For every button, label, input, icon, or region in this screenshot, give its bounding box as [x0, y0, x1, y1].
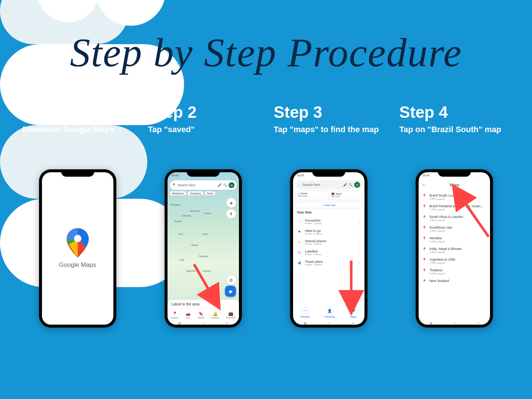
step-desc-4: Tap on "Brazil South" map [399, 124, 510, 146]
work-item[interactable]: 💼Work Set work [329, 191, 362, 200]
list-item[interactable]: ⚑Want to goPrivate · 0 places⋮ [293, 227, 364, 237]
mic-icon[interactable]: 🎤 [343, 183, 347, 187]
nav-icon: 🔖 [198, 311, 204, 316]
android-nav-bar: |||○< [168, 321, 239, 325]
directions-icon[interactable]: ◆ [225, 286, 236, 297]
home-icon: ⌂ [298, 192, 299, 195]
chip-attractions[interactable]: Attractions [170, 191, 186, 195]
map-subtitle: 4 أغسطس 2024 [429, 229, 452, 232]
home-sub: Set home [298, 195, 327, 197]
more-icon[interactable]: ⋮ [357, 240, 361, 244]
map-subtitle: 4 أغسطس 2024 [429, 240, 445, 243]
country-label: Ecuador [174, 220, 182, 222]
search-bar[interactable]: ← Search here 🎤 🔍 N [295, 180, 362, 189]
phone-step-1: Google Maps [39, 169, 116, 328]
phones-row: Google Maps 10:42 📍 Search here 🎤 🔍 N [0, 169, 532, 328]
nav-go[interactable]: 🚗Go [186, 311, 191, 319]
tab-following[interactable]: 👤Following [324, 307, 335, 318]
country-label: Nicaragua [170, 204, 180, 206]
page-title: Step by Step Procedure [0, 29, 532, 76]
category-chips: Attractions Shopping Parks [170, 191, 216, 195]
list-icon: 🧳 [297, 261, 302, 265]
map-title: Namibia [429, 236, 445, 240]
map-title: SouthEast Asia [429, 226, 452, 229]
pin-icon: 📍 [422, 205, 426, 208]
nav-explore[interactable]: 📍Explore [171, 311, 178, 319]
pin-icon: 📍 [422, 194, 426, 198]
avatar[interactable]: N [354, 182, 360, 188]
phone-step-2: 10:42 📍 Search here 🎤 🔍 N Attractions Sh… [165, 169, 242, 328]
lens-icon[interactable]: 🔍 [349, 183, 353, 187]
list-subtitle: Private · 0 places [305, 243, 354, 245]
list-item[interactable]: ★Starred placesPrivate · 0 places⋮ [293, 237, 364, 247]
map-pin-icon: 📍 [172, 183, 176, 187]
android-nav-bar: |||○< [419, 321, 490, 325]
more-icon[interactable]: ⋮ [357, 230, 361, 234]
chip-parks[interactable]: Parks [205, 191, 216, 195]
country-label: Brazil [202, 233, 208, 235]
back-icon[interactable]: ← [422, 182, 426, 187]
arrow-brazil-south [455, 191, 490, 244]
list-subtitle: Private · 0 places [305, 253, 354, 255]
pin-icon: 📍 [422, 237, 426, 240]
tab-icon: 〰 [301, 307, 309, 315]
nav-saved[interactable]: 🔖Saved [198, 311, 204, 319]
tab-timeline[interactable]: 〰Timeline [300, 307, 310, 318]
map-item[interactable]: 📍India, Nepal & Bhutan4 أغسطس 2024 [419, 245, 490, 255]
google-maps-splash: Google Maps [42, 172, 113, 325]
list-icon: ⊡ [297, 251, 302, 254]
step-desc-2: Tap "saved" [148, 124, 258, 146]
more-icon[interactable]: ⋮ [357, 220, 361, 224]
search-bar[interactable]: 📍 Search here 🎤 🔍 N [170, 180, 237, 190]
home-item[interactable]: ⌂Home Set home [296, 191, 329, 200]
arrow-saved [194, 264, 223, 306]
maps-header: ← Maps [419, 180, 490, 189]
lens-icon[interactable]: 🔍 [223, 183, 227, 187]
steps-row: Step 1 Download Google Maps Step 2 Tap "… [0, 103, 532, 146]
pin-icon: 📍 [422, 279, 426, 283]
back-icon[interactable]: ← [297, 183, 301, 187]
step-title-2: Step 2 [148, 103, 258, 121]
list-title: Labelled [305, 250, 354, 253]
step-desc-3: Tap "maps" to find the map [274, 124, 384, 146]
notch [61, 169, 94, 177]
chip-shopping[interactable]: Shopping [188, 191, 203, 195]
country-label: Guyana [204, 212, 211, 214]
notch [438, 169, 471, 177]
nav-business[interactable]: 💼Business [226, 311, 235, 319]
map-item[interactable]: 📍Thailand4 أغسطس 2024 [419, 266, 490, 277]
step-desc-1: Download Google Maps [22, 124, 133, 146]
nav-updates[interactable]: 🔔Updates [211, 311, 219, 319]
list-item[interactable]: ⊡LabelledPrivate · 0 places⋮ [293, 247, 364, 258]
list-item[interactable]: ♡FavouritesPrivate · 3 places⋮ [293, 216, 364, 227]
map-item[interactable]: 📍Argentina & Chile4 أغسطس 2024 [419, 255, 490, 266]
layers-icon[interactable]: ◈ [226, 198, 236, 208]
list-title: Starred places [305, 239, 354, 243]
svg-line-3 [459, 194, 489, 237]
step-title-3: Step 3 [274, 103, 384, 121]
lists-container: ♡FavouritesPrivate · 3 places⋮⚑Want to g… [293, 216, 364, 268]
map-subtitle: 4 أغسطس 2024 [429, 251, 462, 253]
android-nav-bar: |||○< [293, 321, 364, 325]
nav-icon: 🔔 [213, 311, 218, 316]
mic-icon[interactable]: 🎤 [218, 183, 222, 187]
home-work-card: ⌂Home Set home 💼Work Set work [295, 191, 362, 200]
step-title-1: Step 1 [22, 103, 133, 121]
map-title: Brazil South Loop [429, 194, 455, 197]
pin-icon: 📍 [422, 226, 426, 230]
step-1: Step 1 Download Google Maps [22, 103, 133, 146]
phone-step-3: 18:00 ← Search here 🎤 🔍 N ⌂Home Set home [290, 169, 367, 328]
compass-icon[interactable]: ⬆ [226, 209, 236, 219]
google-maps-pin-icon [67, 228, 89, 258]
locate-icon[interactable]: ⊙ [226, 275, 236, 285]
list-icon: ★ [297, 240, 302, 244]
avatar[interactable]: N [229, 182, 235, 188]
new-list-button[interactable]: + New list [295, 202, 362, 208]
more-icon[interactable]: ⋮ [357, 251, 361, 255]
arrow-maps [345, 261, 359, 310]
step-2: Step 2 Tap "saved" [148, 103, 258, 146]
map-item[interactable]: 📍New Zealand [419, 277, 490, 285]
list-subtitle: Private · 3 places [305, 222, 354, 225]
map-title: India, Nepal & Bhutan [429, 247, 462, 251]
map-title: New Zealand [429, 279, 449, 283]
